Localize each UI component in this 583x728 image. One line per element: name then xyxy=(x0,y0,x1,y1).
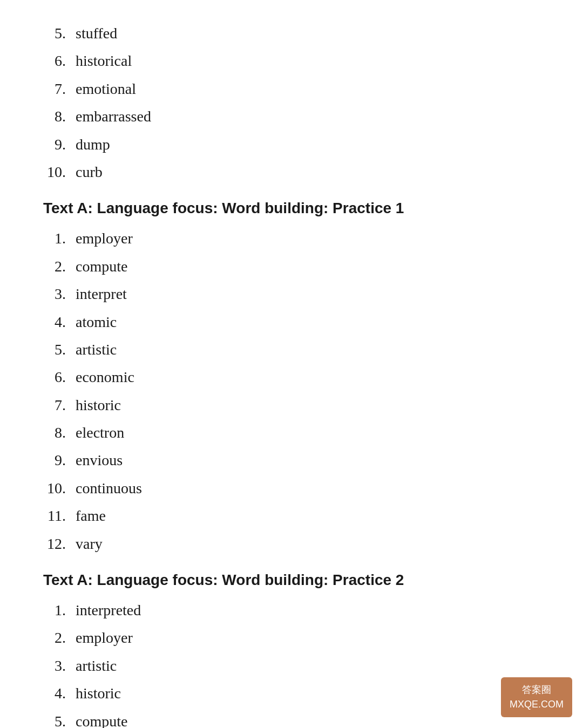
list-number: 6. xyxy=(43,365,76,389)
list-item: 2.employer xyxy=(43,626,540,649)
list-item: 1.interpreted xyxy=(43,598,540,622)
list-number: 3. xyxy=(43,282,76,305)
list-item: 5.stuffed xyxy=(43,22,540,45)
list-text: historic xyxy=(76,682,121,705)
list-text: electron xyxy=(76,421,124,444)
list-item: 5.compute xyxy=(43,710,540,728)
list-number: 4. xyxy=(43,682,76,705)
list-item: 7.historic xyxy=(43,393,540,417)
list-number: 9. xyxy=(43,448,76,472)
list-number: 5. xyxy=(43,22,76,45)
list-item: 5.artistic xyxy=(43,338,540,361)
list-text: compute xyxy=(76,255,127,278)
list-number: 5. xyxy=(43,710,76,728)
list-number: 3. xyxy=(43,654,76,677)
list-number: 2. xyxy=(43,255,76,278)
list-text: economic xyxy=(76,365,134,389)
list-text: envious xyxy=(76,448,123,472)
list-text: employer xyxy=(76,626,133,649)
list-item: 1.employer xyxy=(43,227,540,250)
list-number: 5. xyxy=(43,338,76,361)
list-number: 1. xyxy=(43,227,76,250)
list-number: 6. xyxy=(43,49,76,72)
list-text: artistic xyxy=(76,654,117,677)
list-item: 2.compute xyxy=(43,255,540,278)
section1-list: 1.employer2.compute3.interpret4.atomic5.… xyxy=(43,227,540,555)
list-item: 10.continuous xyxy=(43,477,540,500)
list-item: 3.interpret xyxy=(43,282,540,305)
list-number: 11. xyxy=(43,504,76,527)
section2-list: 1.interpreted2.employer3.artistic4.histo… xyxy=(43,598,540,728)
watermark-line1: 答案圈 xyxy=(510,683,564,697)
list-number: 2. xyxy=(43,626,76,649)
top-list-section: 5.stuffed6.historical7.emotional8.embarr… xyxy=(43,22,540,183)
list-item: 4.historic xyxy=(43,682,540,705)
list-text: interpret xyxy=(76,282,127,305)
list-item: 8.electron xyxy=(43,421,540,444)
list-number: 8. xyxy=(43,105,76,128)
list-number: 9. xyxy=(43,133,76,156)
list-item: 8.embarrassed xyxy=(43,105,540,128)
list-text: fame xyxy=(76,504,106,527)
list-text: embarrassed xyxy=(76,105,151,128)
list-item: 12.vary xyxy=(43,532,540,555)
list-number: 10. xyxy=(43,477,76,500)
list-text: compute xyxy=(76,710,127,728)
list-text: vary xyxy=(76,532,103,555)
list-item: 9.envious xyxy=(43,448,540,472)
top-numbered-list: 5.stuffed6.historical7.emotional8.embarr… xyxy=(43,22,540,183)
list-number: 7. xyxy=(43,77,76,100)
list-item: 11.fame xyxy=(43,504,540,527)
section2-container: Text A: Language focus: Word building: P… xyxy=(43,571,540,728)
list-number: 10. xyxy=(43,160,76,183)
section1-container: Text A: Language focus: Word building: P… xyxy=(43,200,540,555)
list-item: 7.emotional xyxy=(43,77,540,100)
list-number: 8. xyxy=(43,421,76,444)
list-text: historical xyxy=(76,49,132,72)
list-number: 12. xyxy=(43,532,76,555)
list-text: dump xyxy=(76,133,110,156)
list-item: 4.atomic xyxy=(43,310,540,334)
list-text: curb xyxy=(76,160,103,183)
list-item: 6.economic xyxy=(43,365,540,389)
list-text: stuffed xyxy=(76,22,117,45)
list-number: 1. xyxy=(43,598,76,622)
list-text: employer xyxy=(76,227,133,250)
list-text: artistic xyxy=(76,338,117,361)
list-item: 9.dump xyxy=(43,133,540,156)
watermark: 答案圈 MXQE.COM xyxy=(501,677,572,717)
list-text: emotional xyxy=(76,77,136,100)
list-text: historic xyxy=(76,393,121,417)
list-item: 10.curb xyxy=(43,160,540,183)
list-text: interpreted xyxy=(76,598,141,622)
list-item: 6.historical xyxy=(43,49,540,72)
section1-heading: Text A: Language focus: Word building: P… xyxy=(43,200,540,217)
list-text: atomic xyxy=(76,310,117,334)
list-number: 7. xyxy=(43,393,76,417)
section2-heading: Text A: Language focus: Word building: P… xyxy=(43,571,540,589)
watermark-line2: MXQE.COM xyxy=(510,697,564,712)
list-text: continuous xyxy=(76,477,142,500)
list-item: 3.artistic xyxy=(43,654,540,677)
list-number: 4. xyxy=(43,310,76,334)
